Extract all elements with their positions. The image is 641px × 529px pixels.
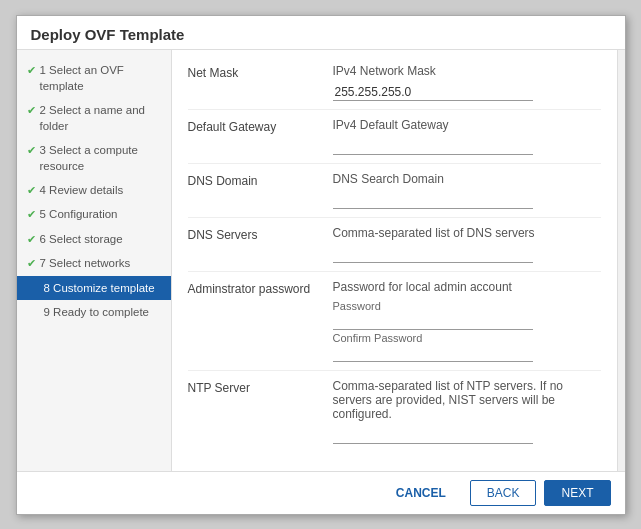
form-label-ntp-server: NTP Server xyxy=(188,379,333,395)
scrollbar[interactable] xyxy=(617,50,625,471)
sidebar-item-step9[interactable]: 9 Ready to complete xyxy=(17,300,171,324)
form-right-net-mask: IPv4 Network Mask xyxy=(333,64,601,101)
form-desc-net-mask: IPv4 Network Mask xyxy=(333,64,601,78)
dialog-title: Deploy OVF Template xyxy=(17,16,625,50)
form-label-admin-password: Adminstrator password xyxy=(188,280,333,296)
sidebar-item-label: 1 Select an OVF template xyxy=(40,62,163,94)
sidebar-item-step8[interactable]: 8 Customize template xyxy=(17,276,171,300)
sidebar-item-step1[interactable]: ✔1 Select an OVF template xyxy=(17,58,171,98)
input-label-password-value: Password xyxy=(333,300,601,312)
sidebar-item-step3[interactable]: ✔3 Select a compute resource xyxy=(17,138,171,178)
form-row-dns-domain: DNS DomainDNS Search Domain xyxy=(188,164,601,218)
sidebar-item-label: 4 Review details xyxy=(40,182,124,198)
input-line-dns-domain-value xyxy=(333,192,601,209)
sidebar-item-label: 7 Select networks xyxy=(40,255,131,271)
input-confirm-password-value[interactable] xyxy=(333,345,533,362)
dialog-body: ✔1 Select an OVF template✔2 Select a nam… xyxy=(17,50,625,471)
form-row-admin-password: Adminstrator passwordPassword for local … xyxy=(188,272,601,371)
back-button[interactable]: BACK xyxy=(470,480,537,506)
check-icon: ✔ xyxy=(27,63,36,78)
deploy-ovf-dialog: Deploy OVF Template ✔1 Select an OVF tem… xyxy=(16,15,626,515)
input-line-dns-servers-value xyxy=(333,246,601,263)
sidebar-item-label: 3 Select a compute resource xyxy=(40,142,163,174)
input-netmask-value[interactable] xyxy=(333,84,533,101)
input-gateway-value[interactable] xyxy=(333,138,533,155)
check-icon: ✔ xyxy=(27,232,36,247)
input-dns-servers-value[interactable] xyxy=(333,246,533,263)
sidebar: ✔1 Select an OVF template✔2 Select a nam… xyxy=(17,50,172,471)
sidebar-item-label: 8 Customize template xyxy=(44,280,155,296)
form-area: Net MaskIPv4 Network MaskDefault Gateway… xyxy=(172,50,617,471)
input-line-password-value: Password xyxy=(333,300,601,330)
dialog-footer: CANCEL BACK NEXT xyxy=(17,471,625,514)
form-row-ntp-server: NTP ServerComma-separated list of NTP se… xyxy=(188,371,601,452)
check-icon: ✔ xyxy=(27,183,36,198)
check-icon: ✔ xyxy=(27,143,36,158)
sidebar-item-label: 2 Select a name and folder xyxy=(40,102,163,134)
form-right-admin-password: Password for local admin accountPassword… xyxy=(333,280,601,362)
sidebar-item-step2[interactable]: ✔2 Select a name and folder xyxy=(17,98,171,138)
sidebar-item-step7[interactable]: ✔7 Select networks xyxy=(17,251,171,275)
form-label-dns-domain: DNS Domain xyxy=(188,172,333,188)
form-desc-admin-password: Password for local admin account xyxy=(333,280,601,294)
check-icon: ✔ xyxy=(27,207,36,222)
main-content: Net MaskIPv4 Network MaskDefault Gateway… xyxy=(172,50,617,471)
form-desc-ntp-server: Comma-separated list of NTP servers. If … xyxy=(333,379,601,421)
form-row-default-gateway: Default GatewayIPv4 Default Gateway xyxy=(188,110,601,164)
next-button[interactable]: NEXT xyxy=(544,480,610,506)
cancel-button[interactable]: CANCEL xyxy=(380,481,462,505)
check-icon: ✔ xyxy=(27,103,36,118)
sidebar-item-label: 5 Configuration xyxy=(40,206,118,222)
sidebar-item-label: 9 Ready to complete xyxy=(44,304,149,320)
form-label-default-gateway: Default Gateway xyxy=(188,118,333,134)
input-line-ntp-value xyxy=(333,427,601,444)
form-desc-default-gateway: IPv4 Default Gateway xyxy=(333,118,601,132)
input-line-confirm-password-value: Confirm Password xyxy=(333,332,601,362)
form-right-default-gateway: IPv4 Default Gateway xyxy=(333,118,601,155)
form-desc-dns-servers: Comma-separated list of DNS servers xyxy=(333,226,601,240)
form-right-ntp-server: Comma-separated list of NTP servers. If … xyxy=(333,379,601,444)
form-desc-dns-domain: DNS Search Domain xyxy=(333,172,601,186)
sidebar-item-step4[interactable]: ✔4 Review details xyxy=(17,178,171,202)
form-label-dns-servers: DNS Servers xyxy=(188,226,333,242)
input-dns-domain-value[interactable] xyxy=(333,192,533,209)
form-row-dns-servers: DNS ServersComma-separated list of DNS s… xyxy=(188,218,601,272)
sidebar-item-step5[interactable]: ✔5 Configuration xyxy=(17,202,171,226)
sidebar-item-step6[interactable]: ✔6 Select storage xyxy=(17,227,171,251)
form-right-dns-domain: DNS Search Domain xyxy=(333,172,601,209)
form-right-dns-servers: Comma-separated list of DNS servers xyxy=(333,226,601,263)
input-label-confirm-password-value: Confirm Password xyxy=(333,332,601,344)
sidebar-item-label: 6 Select storage xyxy=(40,231,123,247)
form-row-net-mask: Net MaskIPv4 Network Mask xyxy=(188,56,601,110)
input-line-netmask-value xyxy=(333,84,601,101)
input-ntp-value[interactable] xyxy=(333,427,533,444)
input-line-gateway-value xyxy=(333,138,601,155)
form-label-net-mask: Net Mask xyxy=(188,64,333,80)
input-password-value[interactable] xyxy=(333,313,533,330)
check-icon: ✔ xyxy=(27,256,36,271)
